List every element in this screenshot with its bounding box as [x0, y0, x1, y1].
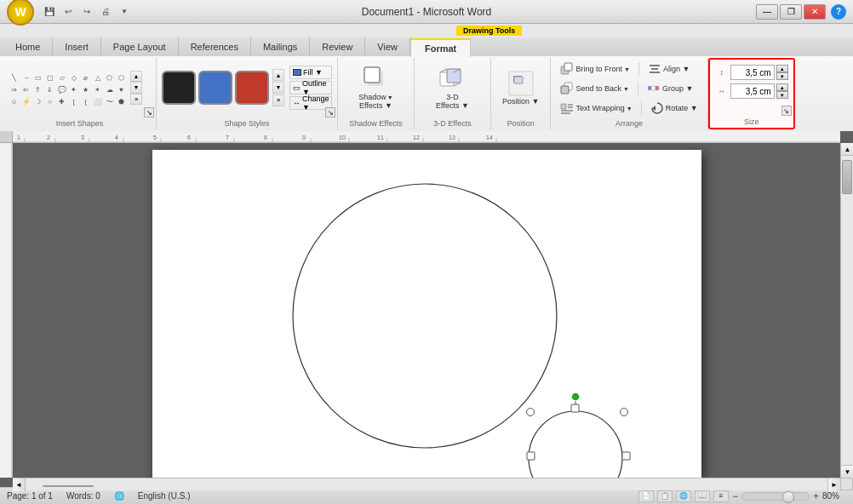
shape-left-arrow[interactable]: ⇐ — [20, 84, 31, 95]
shape-parallelogram[interactable]: ▱ — [56, 72, 67, 83]
close-button[interactable]: ✕ — [804, 4, 826, 20]
shape-callout[interactable]: 💬 — [56, 84, 67, 95]
office-button[interactable]: W — [7, 0, 34, 26]
shape-pentagon[interactable]: ⬠ — [104, 72, 115, 83]
shape-lightning[interactable]: ⚡ — [20, 96, 31, 107]
shape-cloud[interactable]: ☁ — [104, 84, 115, 95]
shape-cylinder[interactable]: ⌀ — [80, 72, 91, 83]
width-decrement[interactable]: ▼ — [776, 91, 788, 99]
view-reading-btn[interactable]: 📖 — [695, 490, 710, 502]
shape-flowchart[interactable]: ⬜ — [92, 96, 103, 107]
tab-insert[interactable]: Insert — [53, 37, 101, 56]
drawing-canvas[interactable] — [152, 150, 701, 478]
shape-triangle[interactable]: △ — [92, 72, 103, 83]
scroll-thumb-h[interactable] — [43, 485, 94, 487]
shape-moon[interactable]: ☽ — [32, 96, 43, 107]
tab-page-layout[interactable]: Page Layout — [101, 37, 179, 56]
zoom-out-btn[interactable]: − — [732, 490, 738, 502]
shape-up-arrow[interactable]: ⇑ — [32, 84, 43, 95]
shape-fill-button[interactable]: Fill ▼ — [289, 66, 332, 79]
height-increment[interactable]: ▲ — [776, 65, 788, 72]
help-button[interactable]: ? — [831, 4, 846, 20]
zoom-thumb[interactable] — [782, 491, 794, 503]
send-to-back-button[interactable]: Send to Back ▼ — [556, 80, 633, 97]
scroll-left-button[interactable]: ◄ — [13, 478, 26, 491]
minimize-button[interactable]: — — [756, 4, 778, 20]
scroll-right-button[interactable]: ► — [827, 478, 840, 491]
tab-format[interactable]: Format — [410, 38, 471, 57]
style-more[interactable]: ≡ — [272, 94, 284, 106]
horizontal-scrollbar[interactable]: ◄ ► — [13, 478, 840, 490]
view-normal-btn[interactable]: 📄 — [638, 490, 654, 502]
width-increment[interactable]: ▲ — [776, 83, 788, 91]
shape-wave[interactable]: 〜 — [104, 96, 115, 107]
shape-down-arrow[interactable]: ⇓ — [44, 84, 55, 95]
width-input[interactable] — [730, 83, 775, 99]
shape-star6[interactable]: ✶ — [92, 84, 103, 95]
shape-hexagon[interactable]: ⬡ — [116, 72, 127, 83]
align-button[interactable]: Align ▼ — [644, 60, 694, 77]
tab-mailings[interactable]: Mailings — [251, 37, 310, 56]
svg-text:4: 4 — [115, 135, 118, 140]
shape-right-arrow[interactable]: ⇒ — [9, 84, 20, 95]
insert-shapes-expand[interactable]: ↘ — [144, 107, 154, 117]
height-input[interactable] — [730, 65, 775, 80]
shape-rounded-rect[interactable]: ▢ — [44, 72, 55, 83]
view-outline-btn[interactable]: ≡ — [713, 490, 729, 502]
shape-heart[interactable]: ♥ — [116, 84, 127, 95]
shape-style-red[interactable] — [235, 71, 269, 105]
shape-diamond[interactable]: ◇ — [68, 72, 79, 83]
shape-rectangle[interactable]: ▭ — [32, 72, 43, 83]
shape-smiley[interactable]: ☺ — [9, 96, 20, 107]
save-button[interactable]: 💾 — [41, 4, 58, 20]
svg-line-4 — [440, 69, 447, 72]
scroll-down-button[interactable]: ▼ — [841, 465, 853, 478]
view-web-btn[interactable]: 🌐 — [676, 490, 691, 502]
shape-brace[interactable]: { — [80, 96, 91, 107]
undo-button[interactable]: ↩ — [60, 4, 77, 20]
redo-button[interactable]: ↪ — [78, 4, 95, 20]
shape-style-blue[interactable] — [198, 71, 232, 105]
separator3 — [641, 101, 642, 115]
text-wrapping-button[interactable]: Text Wrapping ▼ — [556, 100, 636, 117]
shape-star4[interactable]: ✦ — [68, 84, 79, 95]
position-button[interactable]: Position ▼ — [496, 66, 545, 110]
height-decrement[interactable]: ▼ — [776, 72, 788, 80]
tab-home[interactable]: Home — [3, 37, 53, 56]
vertical-scrollbar[interactable]: ▲ ▼ — [840, 143, 853, 478]
view-layout-btn[interactable]: 📋 — [657, 490, 673, 502]
shadow-effects-button[interactable]: Shadow ▼ Effects ▼ — [352, 61, 398, 114]
shape-bracket[interactable]: [ — [68, 96, 79, 107]
shape-outline-button[interactable]: ▭ Outline ▼ — [289, 81, 332, 94]
zoom-slider[interactable] — [741, 492, 810, 501]
print-preview-button[interactable]: 🖨 — [97, 4, 114, 20]
shape-star5[interactable]: ★ — [80, 84, 91, 95]
shape-cross[interactable]: ✚ — [56, 96, 67, 107]
customize-qat-button[interactable]: ▼ — [116, 4, 133, 20]
shapes-more[interactable]: ≡ — [130, 94, 142, 105]
group-button[interactable]: Group ▼ — [643, 80, 697, 97]
shape-style-black[interactable] — [162, 71, 196, 105]
tab-references[interactable]: References — [179, 37, 251, 56]
shape-misc[interactable]: ⬟ — [116, 96, 127, 107]
shape-line[interactable]: ╲ — [9, 72, 20, 83]
bring-to-front-button[interactable]: Bring to Front ▼ — [556, 60, 633, 77]
style-scroll-up[interactable]: ▲ — [272, 69, 284, 81]
3d-effects-button[interactable]: 3-D Effects ▼ — [430, 61, 475, 114]
restore-button[interactable]: ❐ — [780, 4, 802, 20]
shape-arrow-line[interactable]: → — [20, 72, 31, 83]
shapes-scroll-down[interactable]: ▼ — [130, 82, 142, 93]
document-canvas[interactable] — [13, 143, 840, 478]
zoom-in-btn[interactable]: + — [813, 490, 819, 502]
size-expand[interactable]: ↘ — [781, 106, 792, 116]
tab-view[interactable]: View — [365, 37, 410, 56]
style-scroll-down[interactable]: ▼ — [272, 82, 284, 94]
svg-text:1: 1 — [17, 135, 20, 140]
scroll-up-button[interactable]: ▲ — [841, 143, 853, 156]
scroll-thumb-v[interactable] — [842, 160, 852, 194]
shape-ellipse[interactable]: ○ — [44, 96, 55, 107]
shape-styles-expand[interactable]: ↘ — [325, 107, 335, 117]
tab-review[interactable]: Review — [310, 37, 365, 56]
shapes-scroll-up[interactable]: ▲ — [130, 71, 142, 82]
rotate-button[interactable]: Rotate ▼ — [646, 100, 702, 117]
